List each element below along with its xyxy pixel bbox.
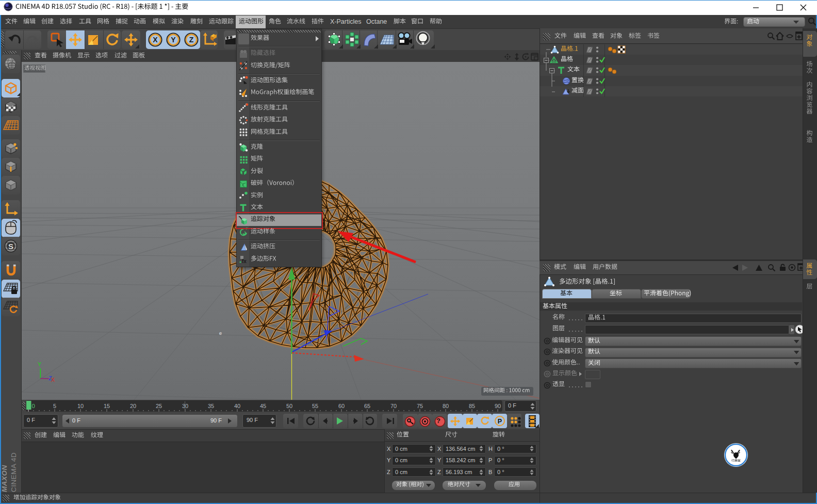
svg-text:90: 90	[495, 403, 501, 409]
svg-text:70: 70	[390, 403, 397, 409]
svg-text:5: 5	[53, 403, 56, 409]
svg-text:X: X	[153, 36, 158, 44]
svg-text:25: 25	[156, 403, 162, 409]
svg-text:S: S	[8, 242, 13, 251]
svg-text:65: 65	[364, 403, 370, 409]
svg-text:80: 80	[443, 403, 449, 409]
svg-text:P: P	[498, 418, 502, 425]
svg-text:0: 0	[32, 403, 35, 409]
svg-text:85: 85	[469, 403, 475, 409]
svg-text:75: 75	[417, 403, 423, 409]
svg-text:fx: fx	[242, 258, 247, 264]
svg-text:20: 20	[130, 403, 136, 409]
svg-text:e: e	[219, 331, 222, 336]
svg-text:60: 60	[338, 403, 345, 409]
svg-text:Y: Y	[38, 361, 42, 367]
svg-text:Y: Y	[171, 36, 176, 44]
svg-text:35: 35	[208, 403, 214, 409]
svg-text:15: 15	[104, 403, 110, 409]
svg-text:X: X	[51, 377, 55, 383]
svg-text:10: 10	[77, 403, 84, 409]
svg-text:Z: Z	[189, 36, 193, 44]
